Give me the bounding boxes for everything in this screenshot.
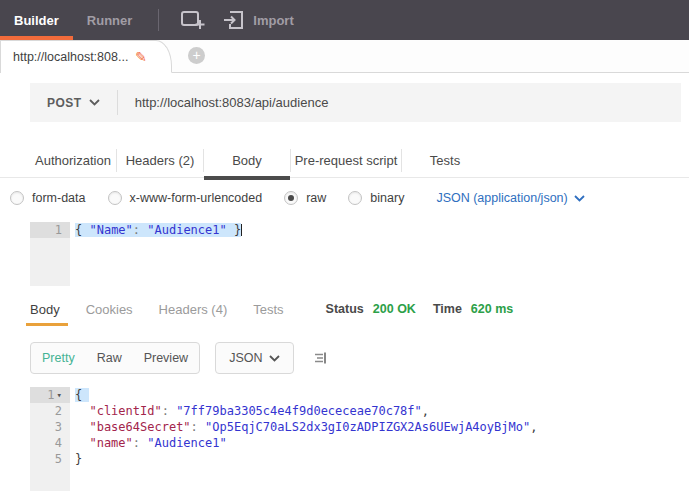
topbar-divider	[158, 9, 159, 31]
text-cursor	[241, 224, 242, 236]
tab-authorization-label: Authorization	[35, 153, 111, 168]
line-number: 1 ▾	[30, 387, 70, 403]
token-key: "Name"	[89, 223, 132, 237]
token-comma: ,	[422, 404, 429, 418]
response-language-select[interactable]: JSON	[215, 342, 294, 374]
import-label: Import	[253, 13, 293, 28]
import-button[interactable]: Import	[214, 0, 301, 40]
code-line: "name": "Audience1"	[75, 435, 689, 451]
pretty-button[interactable]: Pretty	[31, 343, 86, 373]
response-tab-body[interactable]: Body	[30, 302, 60, 326]
chevron-down-icon	[269, 355, 280, 362]
code-line: {	[75, 387, 689, 403]
code-line: "base64Secret": "Op5EqjC70aLS2dx3gI0zADP…	[75, 419, 689, 435]
request-tabs: Authorization Headers (2) Body Pre-reque…	[0, 144, 689, 178]
tab-headers[interactable]: Headers (2)	[117, 144, 203, 177]
line-number: 5	[30, 451, 70, 467]
response-tab-tests-label: Tests	[253, 302, 283, 317]
radio-raw[interactable]: raw	[284, 191, 326, 205]
token-brace: }	[227, 223, 241, 237]
status-label: Status	[326, 302, 364, 316]
response-line-number-gutter: 1 ▾ 2 3 4 5	[30, 387, 70, 491]
tab-body[interactable]: Body	[204, 144, 290, 177]
token-key: "name"	[89, 436, 132, 450]
method-select[interactable]: POST	[30, 96, 117, 110]
preview-button[interactable]: Preview	[133, 343, 199, 373]
request-code-area[interactable]: { "Name": "Audience1" }	[70, 222, 689, 286]
active-tab-indicator	[204, 176, 290, 180]
code-line: }	[75, 451, 689, 467]
tab-headers-label: Headers (2)	[126, 153, 195, 168]
response-header: Body Cookies Headers (4) Tests Status 20…	[30, 302, 689, 326]
radio-x-www-form-urlencoded[interactable]: x-www-form-urlencoded	[108, 191, 263, 205]
tab-pre-request-script-label: Pre-request script	[295, 153, 398, 168]
line-number: 2	[30, 403, 70, 419]
chevron-down-icon	[89, 99, 100, 106]
response-tab-headers[interactable]: Headers (4)	[159, 302, 228, 326]
radio-binary-label: binary	[370, 191, 404, 205]
tab-pre-request-script[interactable]: Pre-request script	[291, 144, 401, 177]
nav-tab-builder[interactable]: Builder	[0, 0, 73, 40]
tab-tests[interactable]: Tests	[402, 144, 488, 177]
radio-x-www-form-urlencoded-label: x-www-form-urlencoded	[130, 191, 263, 205]
request-tab[interactable]: http://localhost:808... ✎	[1, 40, 172, 73]
token-key: "base64Secret"	[89, 420, 190, 434]
response-tab-headers-label: Headers (4)	[159, 302, 228, 317]
request-tab-strip: http://localhost:808... ✎ +	[0, 40, 689, 73]
tab-tests-label: Tests	[430, 153, 460, 168]
content-type-select[interactable]: JSON (application/json)	[436, 191, 584, 205]
app-header: Builder Runner Import	[0, 0, 689, 40]
response-body-editor[interactable]: 1 ▾ 2 3 4 5 { "clientId": "7ff79ba3305c4…	[30, 387, 689, 491]
nav-tab-runner-label: Runner	[87, 13, 133, 28]
edit-pencil-icon[interactable]: ✎	[135, 50, 147, 64]
radio-binary[interactable]: binary	[348, 191, 404, 205]
status-badge: 200 OK	[373, 302, 416, 316]
new-tab-icon[interactable]	[171, 0, 214, 40]
fold-caret-icon[interactable]: ▾	[57, 387, 62, 403]
import-icon	[222, 8, 245, 32]
nav-tab-runner[interactable]: Runner	[73, 0, 147, 40]
view-mode-group: Pretty Raw Preview	[30, 342, 200, 374]
line-number: 4	[30, 435, 70, 451]
code-line: { "Name": "Audience1" }	[75, 222, 689, 238]
tab-authorization[interactable]: Authorization	[30, 144, 116, 177]
token-value: "Op5EqjC70aLS2dx3gI0zADPIZGX2As6UEwjA4oy…	[205, 420, 530, 434]
method-label: POST	[47, 96, 82, 110]
radio-icon	[10, 191, 24, 205]
time-label: Time	[433, 302, 462, 316]
new-tab-icon-glyph	[179, 8, 206, 32]
response-status-group: Status 200 OK Time 620 ms	[326, 302, 522, 316]
tab-body-label: Body	[232, 153, 262, 168]
token-brace: {	[75, 223, 89, 237]
radio-form-data[interactable]: form-data	[10, 191, 86, 205]
token-colon: :	[133, 223, 147, 237]
response-tab-cookies-label: Cookies	[86, 302, 133, 317]
wrap-text-button[interactable]	[309, 348, 330, 368]
token-key: "clientId"	[89, 404, 161, 418]
url-input[interactable]: http://localhost:8083/api/audience	[118, 95, 346, 110]
token-value: "7ff79ba3305c4e4f9d0ececeae70c78f"	[176, 404, 422, 418]
token-value: "Audience1"	[147, 436, 226, 450]
code-line: "clientId": "7ff79ba3305c4e4f9d0ececeae7…	[75, 403, 689, 419]
response-tab-tests[interactable]: Tests	[253, 302, 283, 326]
request-body-editor[interactable]: 1 { "Name": "Audience1" }	[30, 222, 689, 286]
token-colon: :	[133, 436, 147, 450]
time-value: 620 ms	[471, 302, 513, 316]
request-tab-title: http://localhost:808...	[13, 50, 128, 64]
chevron-down-icon	[574, 195, 585, 202]
line-number-gutter: 1	[30, 222, 70, 286]
raw-button[interactable]: Raw	[86, 343, 133, 373]
token-colon: :	[191, 420, 205, 434]
add-tab-button[interactable]: +	[188, 47, 205, 64]
response-language-label: JSON	[229, 351, 262, 365]
wrap-text-icon	[311, 350, 328, 366]
token-brace: }	[75, 452, 82, 466]
radio-selected-icon	[284, 191, 298, 205]
line-number-text: 1	[47, 387, 54, 403]
content-type-label: JSON (application/json)	[436, 191, 567, 205]
radio-form-data-label: form-data	[32, 191, 86, 205]
response-code-area[interactable]: { "clientId": "7ff79ba3305c4e4f9d0ececea…	[70, 387, 689, 491]
nav-tab-builder-label: Builder	[14, 13, 59, 28]
response-tab-cookies[interactable]: Cookies	[86, 302, 133, 326]
active-response-tab-indicator	[26, 323, 68, 326]
